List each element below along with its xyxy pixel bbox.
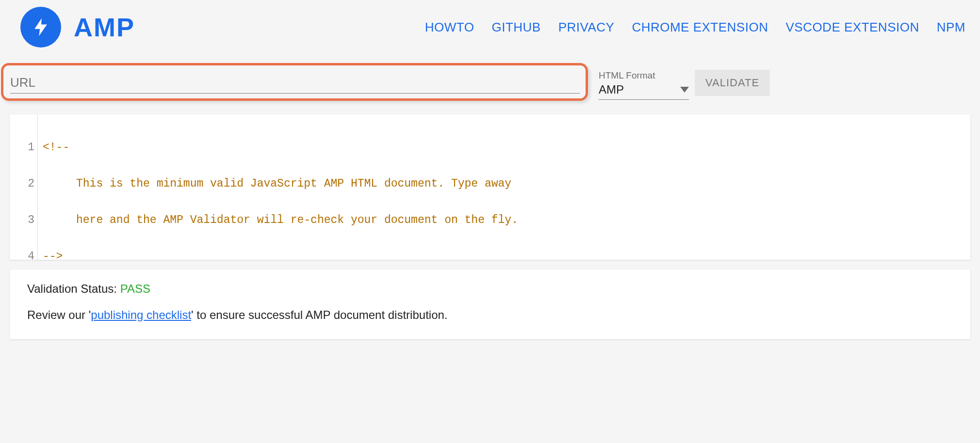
validate-button[interactable]: VALIDATE [695, 70, 770, 96]
code-editor[interactable]: 1 2 3 4 5 6 7 8 9 10 11 12 <!-- This is … [10, 114, 970, 260]
status-value: PASS [120, 282, 150, 295]
code-line: This is the minimum valid JavaScript AMP… [43, 178, 806, 190]
format-value: AMP [599, 83, 624, 96]
controls-row: HTML Format AMP VALIDATE [0, 63, 980, 101]
nav-howto[interactable]: HOWTO [425, 20, 474, 35]
code-lines[interactable]: <!-- This is the minimum valid JavaScrip… [38, 114, 806, 260]
url-input[interactable] [10, 74, 580, 94]
chevron-down-icon [680, 87, 689, 93]
amp-logo-icon [20, 7, 61, 47]
nav-github[interactable]: GITHUB [491, 20, 540, 35]
publishing-checklist-link[interactable]: publishing checklist [91, 308, 191, 321]
nav-npm[interactable]: NPM [937, 20, 965, 35]
nav-privacy[interactable]: PRIVACY [558, 20, 615, 35]
format-select[interactable]: AMP [599, 81, 689, 100]
status-label: Validation Status: [27, 282, 120, 295]
review-text: Review our 'publishing checklist' to ens… [27, 308, 953, 322]
url-field-highlight [1, 63, 588, 101]
header: AMP HOWTO GITHUB PRIVACY CHROME EXTENSIO… [0, 0, 980, 54]
validation-status: Validation Status: PASS [27, 282, 953, 296]
validation-status-card: Validation Status: PASS Review our 'publ… [10, 269, 970, 339]
logo-text: AMP [74, 12, 135, 42]
code-line: --> [43, 251, 806, 260]
nav-vscode-extension[interactable]: VSCODE EXTENSION [785, 20, 919, 35]
nav-links: HOWTO GITHUB PRIVACY CHROME EXTENSION VS… [425, 20, 965, 35]
format-label: HTML Format [599, 70, 689, 81]
line-gutter: 1 2 3 4 5 6 7 8 9 10 11 12 [10, 114, 38, 260]
logo[interactable]: AMP [20, 7, 135, 47]
code-line: here and the AMP Validator will re-check… [43, 214, 806, 226]
nav-chrome-extension[interactable]: CHROME EXTENSION [632, 20, 768, 35]
format-select-wrap: HTML Format AMP [599, 70, 689, 101]
code-line: <!-- [43, 142, 806, 154]
